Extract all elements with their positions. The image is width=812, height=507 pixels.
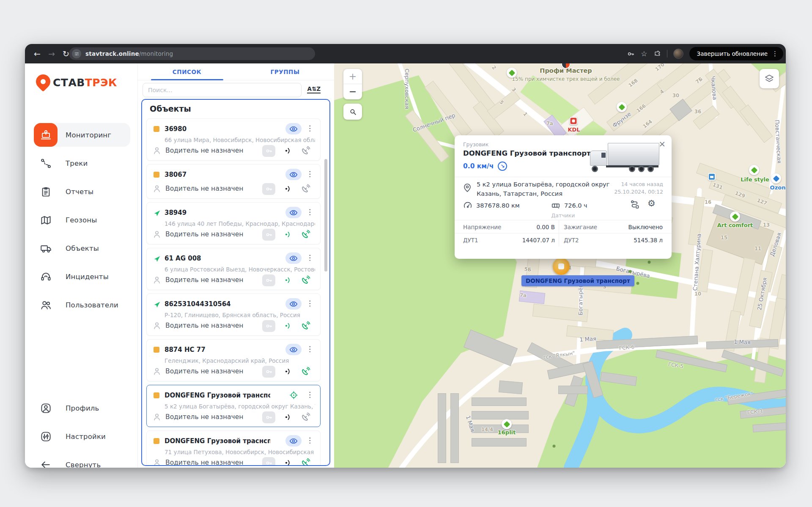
logo[interactable]: СТАВТРЭК xyxy=(36,74,117,89)
poi-green-icon[interactable] xyxy=(730,211,740,222)
driver-status: Водитель не назначен xyxy=(165,147,243,154)
address-bar[interactable]: stavtrack.online/monitoring xyxy=(69,47,315,60)
direction-icon[interactable]: ↘ xyxy=(498,162,507,171)
shop-poi-icon[interactable] xyxy=(617,102,627,112)
map-house-number: 5Б xyxy=(524,266,532,273)
popup-route-icon[interactable] xyxy=(630,200,639,211)
map-house-number: 15 xyxy=(721,235,727,241)
sidebar-item-collapse[interactable]: Свернуть xyxy=(34,453,130,468)
object-card[interactable]: 862531044310564⋮Р-120, Глинищево, Брянск… xyxy=(146,293,321,336)
object-card[interactable]: 38067⋮Водитель не назначен xyxy=(146,164,321,199)
map-house-number: 30 xyxy=(672,93,679,99)
ignition-key-icon[interactable] xyxy=(262,320,275,332)
object-address: 66 улица Мира, Новосибирск, Новосибирска… xyxy=(165,137,315,143)
object-name: 38949 xyxy=(165,209,187,217)
profile-avatar[interactable] xyxy=(673,49,683,59)
map-layers-button[interactable] xyxy=(760,69,779,88)
object-card[interactable]: DONGFENG Грузовой траснспорт⋮71 улица Пе… xyxy=(146,430,321,466)
sidebar-item-settings[interactable]: Настройки xyxy=(34,425,130,448)
sidebar-item-report[interactable]: Отчеты xyxy=(34,180,130,203)
sidebar-item-truck[interactable]: Объекты xyxy=(34,236,130,260)
bookmark-star-icon[interactable]: ☆ xyxy=(641,49,647,58)
card-menu-icon[interactable]: ⋮ xyxy=(306,345,313,353)
object-card[interactable]: 38949⋮146 улица 40 лет Победы, Краснодар… xyxy=(146,202,321,244)
visibility-eye-button[interactable] xyxy=(285,252,302,264)
search-input[interactable] xyxy=(143,83,302,97)
visibility-eye-button[interactable] xyxy=(285,298,302,310)
sidebar-item-users[interactable]: Пользователи xyxy=(34,293,130,317)
map-house-number: 36 xyxy=(694,109,701,115)
driver-status: Водитель не назначен xyxy=(165,459,243,466)
sensor-value: 14407.07 л xyxy=(514,237,555,244)
ozon-poi-icon[interactable] xyxy=(771,173,781,184)
moving-arrow-icon xyxy=(154,301,161,308)
visibility-eye-button[interactable] xyxy=(285,207,302,218)
ignition-key-icon[interactable] xyxy=(262,145,275,157)
popup-address-line1: 5 к2 улица Богатырёва, городской округ xyxy=(477,181,609,188)
card-menu-icon[interactable]: ⋮ xyxy=(306,299,313,307)
sidebar-item-label: Пользователи xyxy=(66,301,118,309)
kdl-poi-icon[interactable] xyxy=(570,117,578,125)
map-label: 15% при химчистке трех вещей и более xyxy=(512,76,620,82)
status-square-icon xyxy=(154,126,159,132)
popup-settings-icon[interactable]: ⚙ xyxy=(647,198,656,208)
shop-poi-icon[interactable] xyxy=(507,68,517,78)
ignition-key-icon[interactable] xyxy=(262,411,275,423)
url-path: /monitoring xyxy=(139,50,173,57)
sidebar-item-geo[interactable]: Геозоны xyxy=(34,208,130,232)
visibility-eye-button[interactable] xyxy=(285,123,302,134)
advert-logo-icon[interactable] xyxy=(561,63,571,69)
map-search-button[interactable] xyxy=(343,104,362,120)
browser-forward-button[interactable]: → xyxy=(44,49,59,58)
object-card[interactable]: DONGFENG Грузовой транспорт⋮5 к2 улица Б… xyxy=(146,385,321,427)
browser-menu-icon[interactable]: ⋮ xyxy=(772,50,778,58)
ignition-key-icon[interactable] xyxy=(262,229,275,241)
ignition-key-icon[interactable] xyxy=(262,457,275,466)
ignition-key-icon[interactable] xyxy=(262,183,275,195)
tab-list[interactable]: СПИСОК xyxy=(138,63,236,80)
zoom-in-button[interactable]: + xyxy=(343,69,362,84)
list-scrollbar[interactable] xyxy=(324,159,327,271)
sidebar-item-route[interactable]: Треки xyxy=(34,151,130,175)
card-menu-icon[interactable]: ⋮ xyxy=(306,208,313,216)
bus-stop-icon[interactable] xyxy=(708,173,716,181)
finish-update-button[interactable]: Завершить обновление ⋮ xyxy=(689,47,783,60)
card-menu-icon[interactable]: ⋮ xyxy=(306,436,313,444)
map-label: KDL xyxy=(568,126,580,133)
browser-back-button[interactable]: ← xyxy=(30,49,44,58)
password-key-icon[interactable] xyxy=(627,50,635,58)
card-menu-icon[interactable]: ⋮ xyxy=(306,170,313,178)
driver-status: Водитель не назначен xyxy=(165,230,243,238)
poi-green-icon[interactable] xyxy=(502,419,512,429)
tab-groups[interactable]: ГРУППЫ xyxy=(236,63,334,80)
card-menu-icon[interactable]: ⋮ xyxy=(306,253,313,262)
object-card[interactable]: 61 AG 008⋮6 улица Ростовский Выезд, Ново… xyxy=(146,248,321,290)
tree-icon xyxy=(629,270,632,273)
sidebar-item-incident[interactable]: Инциденты xyxy=(34,265,130,288)
visibility-eye-button[interactable] xyxy=(285,169,302,180)
site-settings-icon[interactable] xyxy=(72,49,81,58)
object-card[interactable]: 36980⋮66 улица Мира, Новосибирск, Новоси… xyxy=(146,118,321,161)
ignition-key-icon[interactable] xyxy=(262,274,275,286)
sort-az-button[interactable]: A⇅Z xyxy=(307,85,321,93)
sidebar-item-profile[interactable]: Профиль xyxy=(34,396,130,420)
sidebar-item-label: Треки xyxy=(66,159,88,167)
map-canvas[interactable]: СерпуховскаяСолнечный перПрофи Мастер15%… xyxy=(334,63,786,468)
zoom-control: + − xyxy=(343,69,362,99)
visibility-eye-button[interactable] xyxy=(285,435,302,447)
driver-status: Водитель не назначен xyxy=(165,276,243,284)
zoom-out-button[interactable]: − xyxy=(343,84,362,99)
popup-category: Грузовик xyxy=(463,141,488,148)
vehicle-map-label[interactable]: DONGFENG Грузовой транспорт xyxy=(521,275,634,286)
card-menu-icon[interactable]: ⋮ xyxy=(306,124,313,132)
map-building xyxy=(472,411,529,419)
sidebar-item-monitor[interactable]: Мониторинг xyxy=(34,123,130,147)
card-menu-icon[interactable]: ⋮ xyxy=(306,390,313,399)
poi-green-icon[interactable] xyxy=(749,165,759,175)
driver-status: Водитель не назначен xyxy=(165,367,243,375)
focus-target-button[interactable] xyxy=(285,389,302,401)
ignition-key-icon[interactable] xyxy=(262,366,275,378)
visibility-eye-button[interactable] xyxy=(285,344,302,355)
extensions-icon[interactable] xyxy=(653,50,661,58)
object-card[interactable]: 8874 НС 77⋮Геленджик, Краснодарский край… xyxy=(146,339,321,381)
